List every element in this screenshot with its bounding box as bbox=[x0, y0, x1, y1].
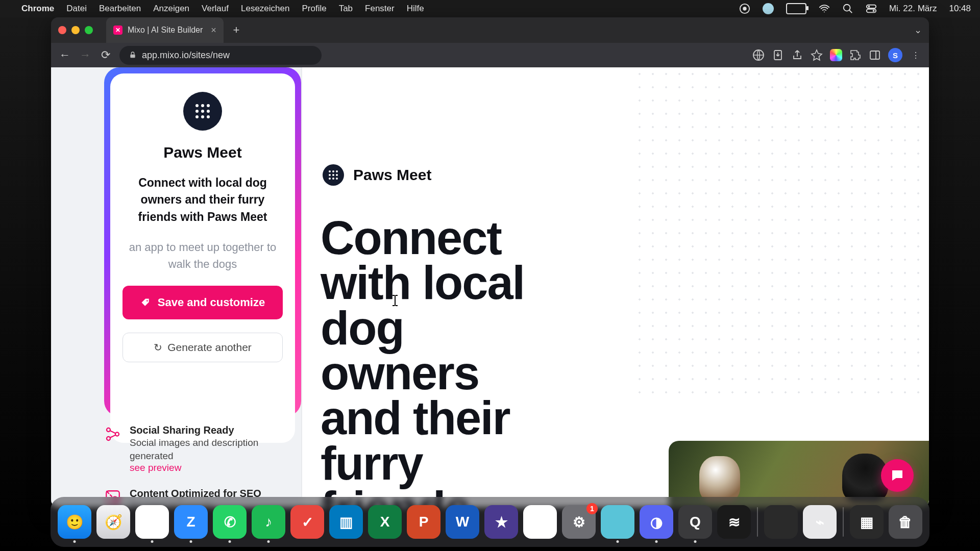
back-button[interactable]: ← bbox=[58, 48, 71, 62]
generator-card: Paws Meet Connect with local dog owners … bbox=[104, 67, 301, 416]
menubar-time[interactable]: 10:48 bbox=[949, 4, 971, 14]
dock-app-blank[interactable] bbox=[764, 505, 798, 539]
menu-history[interactable]: Verlauf bbox=[202, 4, 229, 14]
preview-brand-row: Paws Meet bbox=[323, 164, 431, 186]
preview-logo bbox=[323, 164, 344, 186]
extensions-icon[interactable] bbox=[849, 49, 862, 61]
sidepanel-icon[interactable] bbox=[869, 49, 881, 61]
bookmark-icon[interactable] bbox=[811, 49, 823, 61]
control-center-icon[interactable] bbox=[866, 3, 877, 14]
menu-tab[interactable]: Tab bbox=[339, 4, 353, 14]
reload-icon: ↻ bbox=[154, 341, 162, 354]
dock-app-todoist[interactable]: ✓ bbox=[290, 505, 324, 539]
translate-icon[interactable] bbox=[752, 49, 765, 61]
chrome-window: ✕ Mixo | AI Site Builder × + ⌄ ← → ⟳ app… bbox=[51, 17, 929, 507]
dock-app-activity[interactable]: ⌁ bbox=[803, 505, 837, 539]
window-controls bbox=[58, 26, 93, 34]
dock-app-finder[interactable]: 🙂 bbox=[58, 505, 91, 539]
svg-rect-10 bbox=[870, 51, 879, 59]
feature-item: Social Sharing Ready Social images and d… bbox=[104, 424, 289, 473]
dock-app-chrome[interactable]: ◉ bbox=[135, 505, 169, 539]
minimize-window-button[interactable] bbox=[71, 26, 80, 34]
site-logo bbox=[183, 92, 222, 131]
close-tab-icon[interactable]: × bbox=[211, 25, 216, 36]
grid-dots-icon bbox=[195, 104, 210, 118]
chrome-toolbar: ← → ⟳ app.mixo.io/sites/new S ⋮ bbox=[51, 43, 929, 67]
kebab-menu-icon[interactable]: ⋮ bbox=[910, 49, 922, 61]
dock-app-trash[interactable]: 🗑 bbox=[889, 505, 922, 539]
share-nodes-icon bbox=[104, 425, 121, 443]
wifi-icon[interactable] bbox=[819, 3, 830, 14]
chat-bubble-icon bbox=[890, 468, 905, 483]
svg-point-2 bbox=[844, 5, 850, 11]
macos-dock: 🙂🧭◉Z✆♪✓▥XPW★▲⚙1◑Q≋⌁▦🗑 bbox=[51, 497, 929, 547]
save-customize-button[interactable]: Save and customize bbox=[122, 286, 283, 319]
reload-button[interactable]: ⟳ bbox=[99, 48, 112, 62]
page-viewport: Paws Meet Connect with local dog owners … bbox=[51, 67, 929, 507]
dock-app-trello[interactable]: ▥ bbox=[329, 505, 363, 539]
svg-point-6 bbox=[873, 10, 875, 12]
dock-separator bbox=[757, 507, 758, 537]
menubar-app-name[interactable]: Chrome bbox=[21, 4, 54, 14]
feature-subtitle: Social images and description generated bbox=[130, 436, 289, 462]
grid-dots-icon bbox=[329, 170, 338, 180]
svg-rect-7 bbox=[130, 55, 135, 58]
dock-app-safari[interactable]: 🧭 bbox=[96, 505, 130, 539]
address-bar[interactable]: app.mixo.io/sites/new bbox=[119, 46, 322, 65]
tab-overflow-icon[interactable]: ⌄ bbox=[914, 24, 922, 36]
dock-app-imovie[interactable]: ★ bbox=[484, 505, 518, 539]
dock-app-spotify[interactable]: ♪ bbox=[252, 505, 285, 539]
site-description: an app to meet up together to walk the d… bbox=[122, 239, 283, 272]
dock-app-desktop[interactable]: ▦ bbox=[850, 505, 884, 539]
dock-app-settings[interactable]: ⚙1 bbox=[562, 505, 596, 539]
battery-icon[interactable] bbox=[786, 3, 806, 14]
feature-link[interactable]: see preview bbox=[130, 462, 289, 473]
menu-file[interactable]: Datei bbox=[66, 4, 87, 14]
menu-profiles[interactable]: Profile bbox=[302, 4, 326, 14]
record-icon[interactable] bbox=[739, 3, 750, 14]
dock-app-discord[interactable]: ◑ bbox=[640, 505, 673, 539]
chrome-tabstrip: ✕ Mixo | AI Site Builder × + ⌄ bbox=[51, 17, 929, 43]
extension-color-icon[interactable] bbox=[830, 49, 842, 61]
feature-title: Social Sharing Ready bbox=[130, 424, 289, 436]
menubar-date[interactable]: Mi. 22. März bbox=[889, 4, 937, 14]
url-text: app.mixo.io/sites/new bbox=[142, 50, 230, 61]
profile-avatar[interactable]: S bbox=[888, 48, 902, 62]
close-window-button[interactable] bbox=[58, 26, 66, 34]
menu-edit[interactable]: Bearbeiten bbox=[99, 4, 141, 14]
dock-app-word[interactable]: W bbox=[446, 505, 479, 539]
svg-point-11 bbox=[146, 300, 148, 302]
menu-bookmarks[interactable]: Lesezeichen bbox=[241, 4, 289, 14]
install-app-icon[interactable] bbox=[772, 49, 784, 61]
decorative-dot-grid bbox=[633, 67, 929, 394]
dock-app-drive[interactable]: ▲ bbox=[523, 505, 557, 539]
new-tab-button[interactable]: + bbox=[229, 22, 244, 38]
site-preview-pane: Paws Meet Connect with local dog owners … bbox=[302, 67, 929, 507]
chat-fab[interactable] bbox=[881, 459, 914, 492]
save-button-label: Save and customize bbox=[158, 296, 265, 309]
forward-button[interactable]: → bbox=[79, 48, 92, 62]
tab-title: Mixo | AI Site Builder bbox=[128, 26, 203, 35]
dock-app-excel[interactable]: X bbox=[368, 505, 402, 539]
search-icon[interactable] bbox=[842, 3, 853, 14]
browser-tab[interactable]: ✕ Mixo | AI Site Builder × bbox=[106, 17, 224, 43]
preview-headline: Connect with local dog owners and their … bbox=[321, 215, 535, 507]
user-status-icon[interactable] bbox=[763, 3, 774, 14]
dock-app-powerpoint[interactable]: P bbox=[407, 505, 440, 539]
avatar-initial: S bbox=[893, 51, 898, 60]
share-icon[interactable] bbox=[791, 49, 803, 61]
menu-help[interactable]: Hilfe bbox=[407, 4, 424, 14]
dock-app-voice[interactable]: ≋ bbox=[717, 505, 751, 539]
svg-point-1 bbox=[743, 7, 746, 10]
site-name: Paws Meet bbox=[163, 144, 241, 161]
menu-window[interactable]: Fenster bbox=[365, 4, 395, 14]
svg-point-4 bbox=[868, 6, 870, 8]
dock-app-zoom[interactable]: Z bbox=[174, 505, 208, 539]
maximize-window-button[interactable] bbox=[85, 26, 93, 34]
dock-app-blueapp[interactable] bbox=[601, 505, 634, 539]
menu-view[interactable]: Anzeigen bbox=[153, 4, 189, 14]
dock-app-quicktime[interactable]: Q bbox=[678, 505, 712, 539]
dock-app-whatsapp[interactable]: ✆ bbox=[213, 505, 247, 539]
dock-separator bbox=[843, 507, 844, 537]
generate-another-button[interactable]: ↻ Generate another bbox=[122, 333, 283, 362]
